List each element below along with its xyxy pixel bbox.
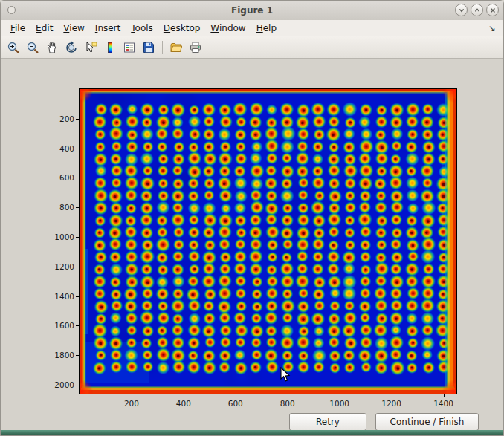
microarray-image[interactable] (79, 88, 457, 394)
x-tick-label: 200 (117, 399, 146, 408)
menu-item-tools[interactable]: Tools (126, 22, 158, 35)
menu-item-window[interactable]: Window (205, 22, 251, 35)
open-button[interactable] (167, 38, 186, 57)
x-tick-label: 1000 (325, 399, 355, 408)
x-tick-label: 1200 (377, 399, 407, 408)
menu-item-edit[interactable]: Edit (30, 22, 58, 35)
y-tick-label: 800 (43, 203, 74, 212)
open-folder-icon (169, 41, 183, 54)
x-tick-label: 400 (169, 399, 198, 408)
pan-hand-icon (45, 41, 59, 54)
colorbar-icon (103, 41, 117, 54)
x-tick-label: 1400 (429, 399, 459, 408)
menu-item-insert[interactable]: Insert (90, 22, 126, 35)
retry-button[interactable]: Retry (289, 413, 366, 431)
print-icon (189, 41, 202, 54)
y-tick-label: 400 (43, 144, 74, 153)
x-tick-mark (288, 394, 288, 397)
y-tick-label: 1600 (43, 321, 74, 330)
maximize-button[interactable] (471, 4, 483, 16)
dock-figure-arrow[interactable]: ↘ (488, 23, 496, 33)
y-tick-mark (76, 149, 79, 149)
y-tick-mark (76, 325, 79, 326)
y-tick-mark (76, 385, 79, 385)
data-cursor-button[interactable] (81, 38, 100, 57)
menu-item-file[interactable]: File (5, 22, 30, 35)
zoom-out-button[interactable] (23, 38, 42, 57)
window-titlebar[interactable]: Figure 1 (1, 1, 503, 21)
menu-item-help[interactable]: Help (251, 22, 282, 35)
y-tick-label: 1800 (43, 351, 74, 359)
figure-window: Figure 1 File Edit View Insert Tools Des… (0, 0, 504, 436)
rotate-3d-button[interactable] (62, 38, 81, 57)
x-tick-label: 600 (221, 399, 251, 408)
y-tick-mark (76, 296, 79, 297)
zoom-in-button[interactable] (4, 38, 23, 57)
close-button[interactable] (486, 4, 499, 16)
y-tick-label: 1200 (43, 262, 74, 271)
chevron-down-icon (458, 7, 465, 14)
x-tick-mark (392, 394, 392, 397)
close-icon (489, 7, 497, 14)
x-tick-mark (132, 394, 132, 397)
y-tick-label: 600 (43, 173, 74, 182)
continue-finish-button[interactable]: Continue / Finish (375, 413, 479, 431)
x-tick-mark (340, 394, 340, 397)
figure-toolbar (1, 36, 503, 59)
zoom-in-icon (7, 41, 20, 54)
figure-area: 2004006008001000120014002004006008001000… (1, 59, 503, 435)
x-tick-label: 800 (273, 399, 303, 408)
y-tick-mark (76, 237, 79, 238)
y-tick-mark (76, 355, 79, 356)
data-cursor-icon (84, 41, 97, 54)
print-button[interactable] (186, 38, 205, 57)
x-tick-mark (444, 394, 445, 397)
save-icon (142, 41, 155, 54)
menubar: File Edit View Insert Tools Desktop Wind… (1, 20, 503, 36)
minimize-button[interactable] (455, 4, 468, 16)
axes: 2004006008001000120014002004006008001000… (79, 88, 457, 394)
toolbar-separator (162, 41, 163, 54)
chevron-up-icon (474, 7, 481, 14)
y-tick-label: 1000 (43, 232, 74, 241)
window-title: Figure 1 (1, 1, 503, 20)
insert-legend-button[interactable] (120, 38, 139, 57)
bottom-edge (1, 430, 503, 435)
pan-button[interactable] (42, 38, 62, 57)
y-tick-mark (76, 267, 79, 267)
y-tick-mark (76, 119, 79, 120)
y-tick-mark (76, 178, 79, 178)
rotate-3d-icon (65, 41, 78, 54)
insert-colorbar-button[interactable] (100, 38, 120, 57)
menu-item-view[interactable]: View (58, 22, 89, 35)
y-tick-label: 2000 (43, 380, 74, 389)
zoom-out-icon (26, 41, 39, 54)
x-tick-mark (236, 394, 236, 397)
legend-icon (123, 41, 136, 54)
y-tick-label: 200 (43, 114, 74, 123)
y-tick-label: 1400 (43, 292, 74, 301)
x-tick-mark (184, 394, 184, 397)
y-tick-mark (76, 207, 79, 208)
window-controls (455, 4, 499, 16)
menu-item-desktop[interactable]: Desktop (158, 22, 206, 35)
save-button[interactable] (139, 38, 158, 57)
